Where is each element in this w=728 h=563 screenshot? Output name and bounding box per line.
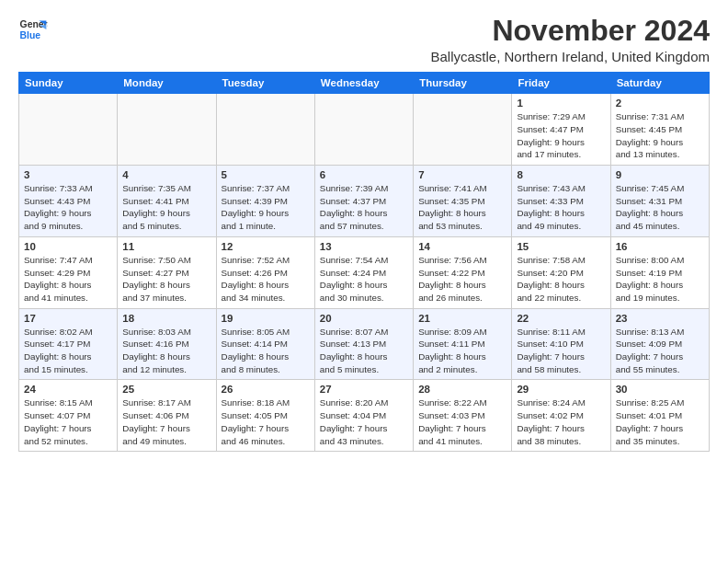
day-info: Sunrise: 7:43 AM Sunset: 4:33 PM Dayligh… xyxy=(517,182,605,233)
day-number: 17 xyxy=(24,313,112,324)
page: General Blue November 2024 Ballycastle, … xyxy=(0,0,728,461)
day-number: 20 xyxy=(320,313,408,324)
calendar-week-2: 3Sunrise: 7:33 AM Sunset: 4:43 PM Daylig… xyxy=(19,166,710,237)
day-info: Sunrise: 8:13 AM Sunset: 4:09 PM Dayligh… xyxy=(616,326,704,376)
day-number: 4 xyxy=(122,169,210,180)
calendar-cell: 5Sunrise: 7:37 AM Sunset: 4:39 PM Daylig… xyxy=(216,166,314,237)
day-info: Sunrise: 7:31 AM Sunset: 4:45 PM Dayligh… xyxy=(616,110,704,161)
calendar-cell: 10Sunrise: 7:47 AM Sunset: 4:29 PM Dayli… xyxy=(19,236,118,308)
calendar-cell: 7Sunrise: 7:41 AM Sunset: 4:35 PM Daylig… xyxy=(414,166,512,237)
calendar-cell: 18Sunrise: 8:03 AM Sunset: 4:16 PM Dayli… xyxy=(118,308,216,380)
day-info: Sunrise: 7:35 AM Sunset: 4:41 PM Dayligh… xyxy=(122,182,210,233)
day-number: 29 xyxy=(517,384,605,395)
calendar-cell: 3Sunrise: 7:33 AM Sunset: 4:43 PM Daylig… xyxy=(19,166,118,237)
day-info: Sunrise: 7:47 AM Sunset: 4:29 PM Dayligh… xyxy=(24,254,112,304)
calendar-cell: 17Sunrise: 8:02 AM Sunset: 4:17 PM Dayli… xyxy=(19,308,118,380)
calendar-week-4: 17Sunrise: 8:02 AM Sunset: 4:17 PM Dayli… xyxy=(19,308,710,380)
day-info: Sunrise: 7:41 AM Sunset: 4:35 PM Dayligh… xyxy=(418,182,506,233)
calendar-cell: 14Sunrise: 7:56 AM Sunset: 4:22 PM Dayli… xyxy=(414,236,512,308)
day-info: Sunrise: 8:11 AM Sunset: 4:10 PM Dayligh… xyxy=(517,326,605,376)
day-number: 11 xyxy=(122,241,210,252)
weekday-header-thursday: Thursday xyxy=(414,73,512,94)
day-number: 2 xyxy=(616,98,704,109)
day-info: Sunrise: 8:22 AM Sunset: 4:03 PM Dayligh… xyxy=(418,396,506,447)
day-number: 19 xyxy=(222,313,310,324)
day-info: Sunrise: 7:58 AM Sunset: 4:20 PM Dayligh… xyxy=(517,254,605,304)
weekday-header-friday: Friday xyxy=(512,73,610,94)
day-info: Sunrise: 8:15 AM Sunset: 4:07 PM Dayligh… xyxy=(24,396,112,447)
day-info: Sunrise: 8:17 AM Sunset: 4:06 PM Dayligh… xyxy=(122,396,210,447)
calendar: SundayMondayTuesdayWednesdayThursdayFrid… xyxy=(18,72,710,452)
logo-icon: General Blue xyxy=(18,15,48,44)
calendar-cell: 19Sunrise: 8:05 AM Sunset: 4:14 PM Dayli… xyxy=(216,308,314,380)
day-info: Sunrise: 7:52 AM Sunset: 4:26 PM Dayligh… xyxy=(222,254,310,304)
weekday-header-saturday: Saturday xyxy=(610,73,709,94)
day-info: Sunrise: 7:56 AM Sunset: 4:22 PM Dayligh… xyxy=(418,254,506,304)
day-info: Sunrise: 8:03 AM Sunset: 4:16 PM Dayligh… xyxy=(122,326,210,376)
day-number: 12 xyxy=(222,241,310,252)
calendar-cell: 13Sunrise: 7:54 AM Sunset: 4:24 PM Dayli… xyxy=(314,236,413,308)
main-title: November 2024 xyxy=(431,15,711,47)
calendar-header: SundayMondayTuesdayWednesdayThursdayFrid… xyxy=(19,73,710,94)
day-number: 8 xyxy=(517,169,605,180)
weekday-header-sunday: Sunday xyxy=(19,73,118,94)
svg-text:Blue: Blue xyxy=(20,30,41,40)
calendar-cell: 22Sunrise: 8:11 AM Sunset: 4:10 PM Dayli… xyxy=(512,308,610,380)
day-number: 14 xyxy=(418,241,506,252)
calendar-cell: 25Sunrise: 8:17 AM Sunset: 4:06 PM Dayli… xyxy=(118,380,216,452)
calendar-cell: 29Sunrise: 8:24 AM Sunset: 4:02 PM Dayli… xyxy=(512,380,610,452)
day-number: 3 xyxy=(24,169,112,180)
calendar-cell: 2Sunrise: 7:31 AM Sunset: 4:45 PM Daylig… xyxy=(610,94,709,166)
calendar-cell: 20Sunrise: 8:07 AM Sunset: 4:13 PM Dayli… xyxy=(314,308,413,380)
calendar-cell: 4Sunrise: 7:35 AM Sunset: 4:41 PM Daylig… xyxy=(118,166,216,237)
day-number: 13 xyxy=(320,241,408,252)
day-info: Sunrise: 7:29 AM Sunset: 4:47 PM Dayligh… xyxy=(517,110,605,161)
day-number: 21 xyxy=(418,313,506,324)
day-number: 22 xyxy=(517,313,605,324)
day-info: Sunrise: 7:39 AM Sunset: 4:37 PM Dayligh… xyxy=(320,182,408,233)
calendar-cell xyxy=(314,94,413,166)
day-number: 5 xyxy=(222,169,310,180)
day-info: Sunrise: 8:20 AM Sunset: 4:04 PM Dayligh… xyxy=(320,396,408,447)
calendar-week-5: 24Sunrise: 8:15 AM Sunset: 4:07 PM Dayli… xyxy=(19,380,710,452)
calendar-week-3: 10Sunrise: 7:47 AM Sunset: 4:29 PM Dayli… xyxy=(19,236,710,308)
calendar-cell: 30Sunrise: 8:25 AM Sunset: 4:01 PM Dayli… xyxy=(610,380,709,452)
day-number: 26 xyxy=(222,384,310,395)
day-number: 28 xyxy=(418,384,506,395)
header: General Blue November 2024 Ballycastle, … xyxy=(18,15,710,64)
subtitle: Ballycastle, Northern Ireland, United Ki… xyxy=(431,49,711,64)
logo: General Blue xyxy=(18,15,48,44)
day-info: Sunrise: 7:54 AM Sunset: 4:24 PM Dayligh… xyxy=(320,254,408,304)
day-number: 30 xyxy=(616,384,704,395)
calendar-cell: 27Sunrise: 8:20 AM Sunset: 4:04 PM Dayli… xyxy=(314,380,413,452)
calendar-week-1: 1Sunrise: 7:29 AM Sunset: 4:47 PM Daylig… xyxy=(19,94,710,166)
day-number: 10 xyxy=(24,241,112,252)
day-info: Sunrise: 7:50 AM Sunset: 4:27 PM Dayligh… xyxy=(122,254,210,304)
calendar-cell: 21Sunrise: 8:09 AM Sunset: 4:11 PM Dayli… xyxy=(414,308,512,380)
calendar-cell: 16Sunrise: 8:00 AM Sunset: 4:19 PM Dayli… xyxy=(610,236,709,308)
day-number: 1 xyxy=(517,98,605,109)
day-info: Sunrise: 8:09 AM Sunset: 4:11 PM Dayligh… xyxy=(418,326,506,376)
calendar-cell: 24Sunrise: 8:15 AM Sunset: 4:07 PM Dayli… xyxy=(19,380,118,452)
day-number: 25 xyxy=(122,384,210,395)
day-number: 23 xyxy=(616,313,704,324)
calendar-cell: 9Sunrise: 7:45 AM Sunset: 4:31 PM Daylig… xyxy=(610,166,709,237)
day-info: Sunrise: 7:45 AM Sunset: 4:31 PM Dayligh… xyxy=(616,182,704,233)
day-info: Sunrise: 7:33 AM Sunset: 4:43 PM Dayligh… xyxy=(24,182,112,233)
calendar-cell xyxy=(118,94,216,166)
calendar-cell xyxy=(216,94,314,166)
calendar-cell xyxy=(414,94,512,166)
day-info: Sunrise: 8:24 AM Sunset: 4:02 PM Dayligh… xyxy=(517,396,605,447)
day-number: 6 xyxy=(320,169,408,180)
day-info: Sunrise: 8:07 AM Sunset: 4:13 PM Dayligh… xyxy=(320,326,408,376)
calendar-cell: 12Sunrise: 7:52 AM Sunset: 4:26 PM Dayli… xyxy=(216,236,314,308)
calendar-cell: 26Sunrise: 8:18 AM Sunset: 4:05 PM Dayli… xyxy=(216,380,314,452)
day-number: 7 xyxy=(418,169,506,180)
weekday-header-monday: Monday xyxy=(118,73,216,94)
calendar-cell xyxy=(19,94,118,166)
day-info: Sunrise: 8:05 AM Sunset: 4:14 PM Dayligh… xyxy=(222,326,310,376)
day-number: 16 xyxy=(616,241,704,252)
day-number: 9 xyxy=(616,169,704,180)
calendar-cell: 1Sunrise: 7:29 AM Sunset: 4:47 PM Daylig… xyxy=(512,94,610,166)
day-number: 27 xyxy=(320,384,408,395)
